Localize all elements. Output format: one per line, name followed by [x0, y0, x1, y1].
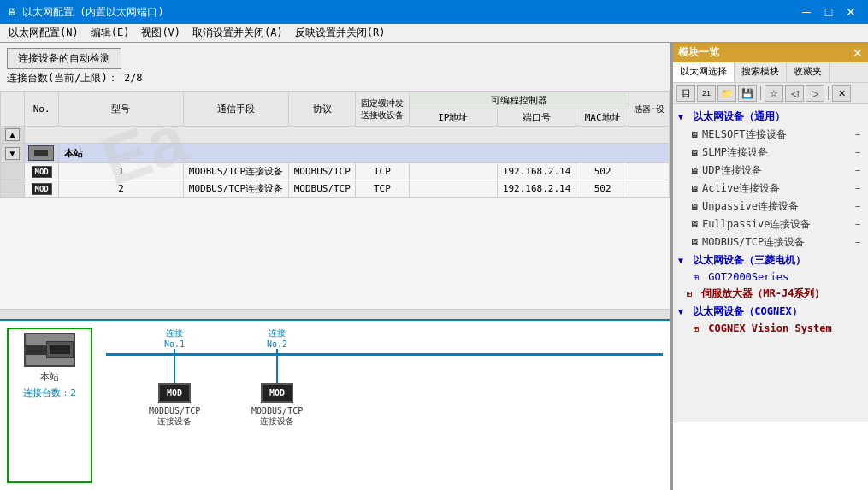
row1-no: 1: [59, 163, 183, 180]
tree-item-unpassive[interactable]: 🖥 Unpassive连接设备 －: [673, 198, 868, 215]
row1-ip: 192.168.2.14: [498, 163, 576, 180]
conn2-label: 连接 No.2: [267, 328, 287, 349]
connection-count-label: 连接台数(当前/上限)：: [7, 72, 118, 84]
tree-item-slmp[interactable]: 🖥 SLMP连接设备 －: [673, 144, 868, 162]
th-port: 端口号: [498, 109, 576, 127]
expand-icon-3: ⊞: [694, 273, 699, 282]
conn2-mod: MOD: [261, 383, 293, 403]
conn1-device: MODBUS/TCP连接设备: [149, 406, 200, 428]
right-panel-bottom: [673, 422, 868, 490]
maximize-button[interactable]: □: [818, 3, 839, 21]
title-bar-text: 以太网配置 (内置以太网端口): [22, 5, 164, 20]
row2-mac: [629, 180, 670, 198]
diagram-connections: 连接 No.1 MOD MODBUS/TCP连接设备 连接 No.2: [106, 328, 663, 483]
scroll-up-button[interactable]: ▲: [5, 128, 21, 141]
row2-type: MODBUS/TCP连接设备: [183, 180, 289, 198]
connection-node-1: 连接 No.1 MOD MODBUS/TCP连接设备: [149, 328, 200, 428]
menu-edit[interactable]: 编辑(E): [86, 24, 135, 42]
row2-port: 502: [576, 180, 629, 198]
menu-cancel-close[interactable]: 取消设置并关闭(A): [187, 24, 288, 42]
station-icon: [24, 333, 75, 367]
main-area: 连接设备的自动检测 连接台数(当前/上限)： 2/8 Ea No. 型号 通信: [0, 43, 868, 490]
th-fixed-buffer: 固定缓冲发送接收设备: [356, 92, 409, 127]
category-ethernet-cognex[interactable]: ▼ 以太网设备（COGNEX）: [673, 303, 868, 321]
nav-row: ▲: [1, 127, 670, 144]
title-bar-left: 🖥 以太网配置 (内置以太网端口): [7, 5, 164, 20]
local-station-row[interactable]: ▼ 本站: [1, 144, 670, 163]
tree-item-cognex[interactable]: ⊞ COGNEX Vision System: [673, 321, 868, 336]
conn2-device: MODBUS/TCP连接设备: [251, 406, 303, 428]
connection-count-row: 连接台数(当前/上限)： 2/8: [7, 71, 663, 86]
tree-item-udp[interactable]: 🖥 UDP连接设备 －: [673, 162, 868, 180]
row1-protocol: TCP: [356, 163, 409, 180]
expand-icon-6: ⊞: [694, 324, 699, 334]
rt-btn-forward[interactable]: ▷: [806, 85, 824, 102]
row1-type: MODBUS/TCP连接设备: [183, 163, 289, 180]
rt-btn-folder[interactable]: 📁: [717, 85, 736, 102]
row2-fixed: [409, 180, 498, 198]
modbus-icon: 🖥: [690, 238, 699, 247]
connection-table: No. 型号 通信手段 协议 固定缓冲发送接收设备 可编程控制器 感器·设 IP…: [0, 92, 670, 198]
close-button[interactable]: ✕: [841, 3, 861, 21]
tab-search[interactable]: 搜索模块: [735, 62, 787, 82]
th-protocol: 协议: [289, 92, 356, 127]
minimize-button[interactable]: ─: [796, 3, 817, 21]
expand-icon: ▼: [678, 112, 683, 121]
row2-ip: 192.168.2.14: [498, 180, 576, 198]
tree-item-got2000[interactable]: ⊞ GOT2000Series: [673, 269, 868, 285]
conn2-vertical: [276, 349, 278, 383]
rt-btn-star[interactable]: ☆: [765, 85, 783, 102]
tree-item-active[interactable]: 🖥 Active连接设备 －: [673, 180, 868, 198]
tab-ethernet-select[interactable]: 以太网选择: [673, 62, 735, 82]
right-panel-header: 模块一览 ✕: [673, 43, 868, 62]
expand-icon-4: ⊞: [687, 289, 692, 298]
row1-mac: [629, 163, 670, 180]
conn1-mod: MOD: [158, 383, 191, 403]
th-comm: 通信手段: [183, 92, 289, 127]
expand-icon-5: ▼: [678, 307, 683, 316]
module-tree: ▼ 以太网设备（通用） 🖥 MELSOFT连接设备 － 🖥 SLMP连接设备 －: [673, 104, 868, 422]
category-ethernet-mitsubishi[interactable]: ▼ 以太网设备（三菱电机）: [673, 251, 868, 269]
slmp-icon: 🖥: [690, 148, 699, 157]
menu-bar: 以太网配置(N) 编辑(E) 视图(V) 取消设置并关闭(A) 反映设置并关闭(…: [0, 24, 868, 43]
th-type: 型号: [59, 92, 183, 127]
diagram-connection-count: 连接台数：2: [23, 387, 76, 399]
rt-btn-sort[interactable]: 21: [697, 85, 716, 102]
menu-reflect-close[interactable]: 反映设置并关闭(R): [290, 24, 391, 42]
tree-item-fullpassive[interactable]: 🖥 Fullpassive连接设备 －: [673, 215, 868, 233]
title-bar: 🖥 以太网配置 (内置以太网端口) ─ □ ✕: [0, 0, 868, 24]
rt-btn-list[interactable]: 目: [676, 85, 695, 102]
rt-btn-back[interactable]: ◁: [785, 85, 804, 102]
table-row[interactable]: MOD 2 MODBUS/TCP连接设备 MODBUS/TCP TCP 192.…: [1, 180, 670, 198]
tab-favorites[interactable]: 收藏夹: [787, 62, 830, 82]
fullpassive-icon: 🖥: [690, 220, 699, 229]
right-panel-close[interactable]: ✕: [853, 46, 863, 60]
row1-fixed: [409, 163, 498, 180]
right-toolbar: 目 21 📁 💾 ☆ ◁ ▷ ✕: [673, 83, 868, 104]
right-panel: 模块一览 ✕ 以太网选择 搜索模块 收藏夹 目 21 📁 💾 ☆ ◁ ▷ ✕ ▼: [671, 43, 868, 490]
tree-item-servo[interactable]: ⊞ 伺服放大器（MR-J4系列）: [673, 285, 868, 303]
left-toolbar: 连接设备的自动检测 连接台数(当前/上限)： 2/8: [0, 43, 670, 92]
rt-separator-2: [828, 86, 829, 100]
conn1-vertical: [174, 349, 175, 383]
table-row[interactable]: MOD 1 MODBUS/TCP连接设备 MODBUS/TCP TCP 192.…: [1, 163, 670, 180]
table-scrollbar[interactable]: [0, 309, 670, 319]
menu-ethernet-config[interactable]: 以太网配置(N): [3, 24, 84, 42]
row2-comm: MODBUS/TCP: [289, 180, 356, 198]
rt-btn-save[interactable]: 💾: [738, 85, 757, 102]
rt-separator: [760, 86, 761, 100]
scroll-down-button[interactable]: ▼: [5, 147, 21, 160]
bottom-diagram: 本站 连接台数：2 连接 No.1 MOD MODB: [0, 319, 670, 490]
rt-btn-close[interactable]: ✕: [832, 85, 851, 102]
row2-protocol: TCP: [356, 180, 409, 198]
row2-no: 2: [59, 180, 183, 198]
mod-badge-2: MOD: [32, 183, 52, 195]
menu-view[interactable]: 视图(V): [136, 24, 186, 42]
local-station-box: 本站 连接台数：2: [7, 328, 92, 483]
tree-item-melsoft[interactable]: 🖥 MELSOFT连接设备 －: [673, 126, 868, 144]
tree-item-modbus[interactable]: 🖥 MODBUS/TCP连接设备 －: [673, 233, 868, 251]
connection-node-2: 连接 No.2 MOD MODBUS/TCP连接设备: [251, 328, 303, 428]
melsoft-icon: 🖥: [690, 130, 699, 139]
category-ethernet-general[interactable]: ▼ 以太网设备（通用）: [673, 108, 868, 126]
auto-detect-button[interactable]: 连接设备的自动检测: [7, 48, 121, 69]
